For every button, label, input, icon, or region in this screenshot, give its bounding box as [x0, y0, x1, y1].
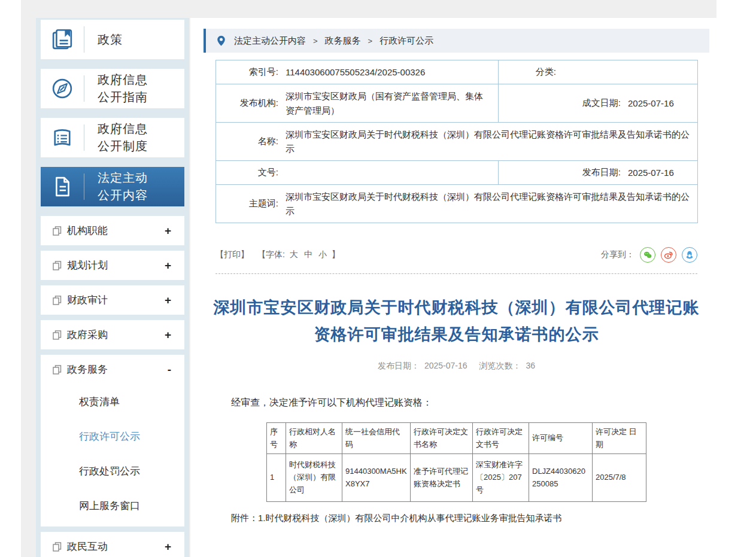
- submenu-item-duty-list[interactable]: 权责清单: [41, 384, 184, 419]
- expand-toggle[interactable]: +: [165, 259, 171, 272]
- breadcrumb-link-legal-disclosure[interactable]: 法定主动公开内容: [234, 35, 306, 47]
- expand-toggle[interactable]: +: [165, 328, 171, 342]
- article-toolbar: 【打印】 【字体: 大 中 小 】 分享到：: [215, 247, 697, 263]
- col-header-seq: 序号: [267, 423, 286, 454]
- attachment-line: 附件：1.时代财税科技（深圳）有限公司中介机构从事代理记账业务审批告知承诺书: [231, 513, 709, 524]
- sidebar-item-public-interaction[interactable]: 政民互动 +: [41, 532, 184, 557]
- breadcrumb-link-gov-services[interactable]: 政务服务: [325, 35, 361, 47]
- breadcrumb-link-admin-license[interactable]: 行政许可公示: [379, 35, 433, 47]
- meta-label: 名称:: [221, 136, 278, 147]
- dashed-divider: [215, 273, 697, 274]
- col-header-counterpart-name: 行政相对人名称: [286, 423, 342, 454]
- breadcrumb-separator: >: [368, 36, 373, 45]
- meta-label: 成文日期:: [503, 98, 621, 109]
- sidebar-item-label: 政民互动: [67, 540, 165, 553]
- article-title: 深圳市宝安区财政局关于时代财税科技（深圳）有限公司代理记账资格许可审批结果及告知…: [211, 294, 702, 348]
- sidebar-item-label: 政府采购: [67, 328, 165, 342]
- sidebar-group-gov-services: 政务服务 - 权责清单 行政许可公示 行政处罚公示 网上服务窗口: [41, 355, 184, 526]
- pages-icon: [53, 296, 62, 305]
- pages-icon: [53, 226, 62, 236]
- cell-decision-doc-name: 准予许可代理记账资格决定书: [411, 454, 473, 502]
- print-button[interactable]: 【打印】: [215, 249, 249, 260]
- meta-value: 2025-07-16: [628, 166, 674, 179]
- cell-credit-code: 91440300MA5HKX8YX7: [342, 454, 411, 502]
- meta-cell-subject: 主题词: 深圳市宝安区财政局关于时代财税科技（深圳）有限公司代理记账资格许可审批…: [216, 185, 698, 223]
- col-header-license-no: 许可编号: [529, 423, 593, 454]
- collapse-toggle[interactable]: -: [168, 363, 171, 376]
- sidebar-item-org-functions[interactable]: 机构职能 +: [41, 216, 184, 245]
- divider: [84, 75, 84, 102]
- sidebar-card-info-rules[interactable]: 政府信息公开制度: [41, 118, 184, 157]
- font-size-small-button[interactable]: 小: [318, 249, 327, 260]
- font-size-label: 【字体:: [257, 249, 285, 260]
- cell-counterpart-name: 时代财税科技（深圳）有限公司: [286, 454, 342, 502]
- expand-toggle[interactable]: +: [165, 294, 171, 307]
- meta-cell-publisher: 发布机构: 深圳市宝安区财政局（国有资产监督管理局、集体资产管理局）: [216, 84, 499, 123]
- document-icon: [41, 174, 84, 199]
- meta-cell-category: 分类:: [499, 60, 698, 84]
- qq-share-icon[interactable]: [682, 247, 697, 263]
- meta-label: 分类:: [503, 66, 556, 78]
- sidebar-item-label: 规划计划: [67, 258, 165, 272]
- col-header-decision-date: 许可决定 日期: [593, 423, 646, 454]
- submenu-item-online-service-window[interactable]: 网上服务窗口: [41, 488, 184, 523]
- meta-label: 文号:: [221, 167, 278, 178]
- sidebar-item-label: 机构职能: [67, 224, 165, 238]
- book-icon: [41, 27, 84, 52]
- pages-icon: [53, 330, 62, 340]
- submenu-item-admin-license-publicity[interactable]: 行政许可公示: [41, 419, 184, 453]
- views-value: 36: [526, 361, 535, 370]
- col-header-decision-doc-no: 行政许可决定文书号: [473, 423, 529, 454]
- sidebar-card-label: 政府信息公开指南: [98, 71, 155, 106]
- cell-decision-date: 2025/7/8: [593, 454, 646, 502]
- divider: [84, 124, 84, 151]
- pages-icon: [53, 261, 62, 270]
- sidebar-item-gov-procurement[interactable]: 政府采购 +: [41, 320, 184, 349]
- divider: [84, 174, 84, 200]
- publish-date-label: 发布日期：: [378, 361, 420, 370]
- sidebar-item-fiscal-audit[interactable]: 财政审计 +: [41, 285, 184, 315]
- location-pin-icon: [217, 35, 226, 47]
- sidebar-item-gov-services[interactable]: 政务服务 -: [41, 355, 184, 384]
- sidebar-card-label: 法定主动公开内容: [98, 169, 155, 204]
- font-size-label-close: 】: [332, 249, 340, 260]
- content-wrapper: 政策 政府信息公开指南: [36, 18, 716, 557]
- meta-cell-index: 索引号: 114403060075505234/2025-00326: [216, 60, 499, 84]
- main-content: 法定主动公开内容 > 政务服务 > 行政许可公示 索引号: 1144030600…: [190, 18, 716, 557]
- sidebar-item-label: 政务服务: [67, 363, 168, 376]
- sidebar: 政策 政府信息公开指南: [36, 18, 189, 557]
- meta-value: 114403060075505234/2025-00326: [286, 65, 425, 79]
- expand-toggle[interactable]: +: [165, 540, 171, 553]
- sidebar-card-policy[interactable]: 政策: [41, 20, 184, 59]
- meta-label: 主题词:: [221, 198, 278, 209]
- table-header-row: 序号 行政相对人名称 统一社会信用代码 行政许可决定文书名称 行政许可决定文书号…: [267, 423, 646, 454]
- cell-seq: 1: [267, 454, 286, 502]
- breadcrumb-separator: >: [313, 36, 318, 45]
- document-meta-table: 索引号: 114403060075505234/2025-00326 分类: 发…: [215, 60, 698, 223]
- sidebar-card-info-guide[interactable]: 政府信息公开指南: [41, 69, 184, 108]
- sidebar-card-label: 政策: [98, 31, 155, 48]
- meta-cell-name: 名称: 深圳市宝安区财政局关于时代财税科技（深圳）有限公司代理记账资格许可审批结…: [216, 123, 698, 161]
- license-result-table: 序号 行政相对人名称 统一社会信用代码 行政许可决定文书名称 行政许可决定文书号…: [266, 422, 646, 502]
- meta-value: 2025-07-16: [628, 96, 674, 110]
- weibo-share-icon[interactable]: [661, 247, 676, 263]
- publish-date-value: 2025-07-16: [424, 361, 467, 370]
- sidebar-item-planning[interactable]: 规划计划 +: [41, 251, 184, 280]
- sidebar-card-legal-disclosure[interactable]: 法定主动公开内容: [41, 167, 184, 206]
- submenu-item-admin-penalty-publicity[interactable]: 行政处罚公示: [41, 453, 184, 488]
- article-meta-line: 发布日期：2025-07-16 浏览次数：36: [204, 361, 709, 372]
- sidebar-item-label: 财政审计: [67, 293, 165, 307]
- breadcrumb: 法定主动公开内容 > 政务服务 > 行政许可公示: [204, 29, 709, 53]
- compass-icon: [41, 76, 84, 101]
- cell-license-no: DLJZ44030620250085: [529, 454, 593, 502]
- views-label: 浏览次数：: [479, 361, 521, 370]
- meta-cell-written-date: 成文日期: 2025-07-16: [499, 84, 698, 123]
- col-header-credit-code: 统一社会信用代码: [342, 423, 411, 454]
- font-size-medium-button[interactable]: 中: [304, 249, 312, 260]
- wechat-share-icon[interactable]: [640, 247, 655, 263]
- meta-value: 深圳市宝安区财政局关于时代财税科技（深圳）有限公司代理记账资格许可审批结果及告知…: [286, 127, 693, 156]
- pages-icon: [53, 365, 62, 375]
- font-size-large-button[interactable]: 大: [290, 249, 298, 260]
- table-row: 1 时代财税科技（深圳）有限公司 91440300MA5HKX8YX7 准予许可…: [267, 454, 646, 502]
- expand-toggle[interactable]: +: [165, 224, 171, 238]
